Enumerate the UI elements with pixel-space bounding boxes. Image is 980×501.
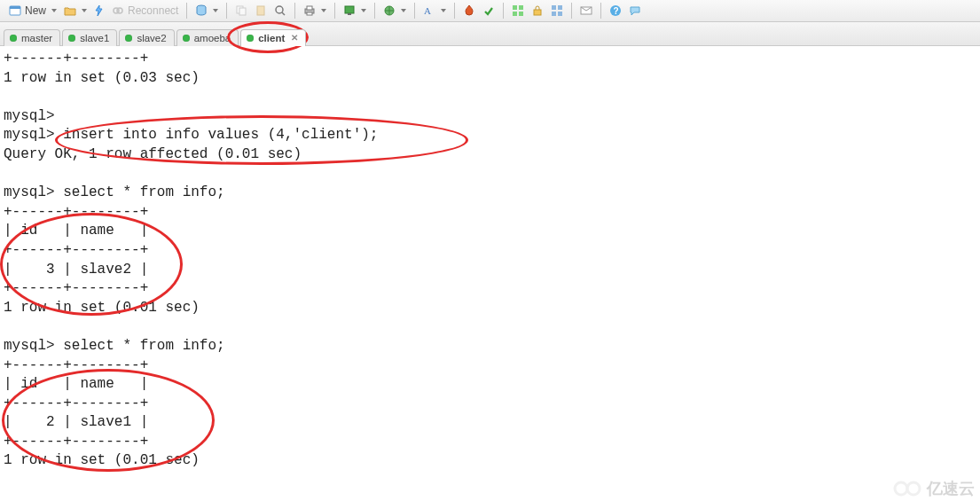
svg-rect-14 [348, 13, 351, 15]
monitor-icon [343, 4, 356, 17]
tab-label: amoeba [194, 33, 231, 43]
database-icon [195, 4, 208, 17]
globe-button[interactable] [380, 3, 410, 19]
status-dot-icon [183, 35, 190, 42]
dropdown-caret-icon [213, 9, 218, 12]
dropdown-caret-icon [401, 9, 406, 12]
font-icon: A [423, 4, 435, 17]
display-button[interactable] [340, 3, 370, 19]
svg-rect-19 [513, 12, 517, 16]
tab-master[interactable]: master [4, 29, 60, 46]
session-tabbar: master slave1 slave2 amoeba client ✕ [0, 22, 980, 46]
svg-text:A: A [424, 5, 431, 16]
lock-button[interactable] [528, 3, 547, 19]
tile-blue-icon [551, 4, 563, 17]
tab-slave2[interactable]: slave2 [119, 29, 174, 46]
help-icon: ? [609, 4, 622, 17]
svg-rect-11 [307, 6, 312, 10]
dropdown-caret-icon [82, 9, 87, 12]
separator [414, 3, 415, 19]
svg-point-3 [117, 8, 122, 13]
mail-button[interactable] [576, 3, 596, 19]
search-icon [274, 4, 286, 17]
paste-button[interactable] [251, 3, 270, 19]
dropdown-caret-icon [321, 9, 326, 12]
svg-text:?: ? [614, 6, 619, 16]
open-button[interactable] [60, 3, 90, 19]
status-dot-icon [125, 35, 132, 42]
run-button[interactable] [459, 3, 479, 19]
tile-blue-button[interactable] [547, 3, 567, 19]
svg-rect-25 [558, 12, 562, 16]
tab-client[interactable]: client ✕ [240, 29, 306, 46]
dropdown-caret-icon [441, 9, 446, 12]
find-button[interactable] [270, 3, 290, 19]
svg-rect-18 [519, 5, 523, 10]
paste-icon [255, 4, 267, 17]
chat-bubble-icon [629, 4, 641, 17]
svg-rect-6 [239, 8, 246, 15]
reconnect-label: Reconnect [128, 4, 178, 17]
new-window-icon [9, 4, 21, 17]
status-dot-icon [247, 35, 254, 42]
separator [334, 3, 335, 19]
separator [294, 3, 295, 19]
connect-button[interactable] [90, 3, 108, 19]
svg-rect-22 [552, 5, 556, 10]
close-icon[interactable]: ✕ [291, 34, 298, 43]
check-icon [482, 4, 495, 17]
tab-label: master [21, 33, 52, 43]
separator [454, 3, 455, 19]
check-button[interactable] [479, 3, 498, 19]
chain-icon [112, 4, 124, 17]
status-dot-icon [68, 35, 75, 42]
svg-rect-1 [10, 6, 20, 9]
print-button[interactable] [300, 3, 330, 19]
svg-rect-21 [534, 10, 541, 15]
mail-icon [580, 4, 592, 17]
svg-line-9 [282, 12, 285, 15]
status-dot-icon [10, 35, 17, 42]
reconnect-button[interactable]: Reconnect [108, 3, 182, 19]
tab-slave1[interactable]: slave1 [62, 29, 117, 46]
svg-rect-24 [552, 12, 556, 16]
separator [374, 3, 375, 19]
dropdown-caret-icon [51, 9, 57, 12]
svg-rect-12 [307, 12, 312, 15]
separator [503, 3, 504, 19]
database-button[interactable] [192, 3, 222, 19]
dropdown-caret-icon [361, 9, 366, 12]
svg-rect-13 [345, 6, 354, 13]
chat-button[interactable] [625, 3, 645, 19]
tile-green-button[interactable] [508, 3, 528, 19]
separator [571, 3, 572, 19]
printer-icon [303, 4, 316, 17]
tab-amoeba[interactable]: amoeba [176, 29, 239, 46]
svg-point-8 [276, 6, 283, 13]
separator [186, 3, 187, 19]
folder-open-icon [64, 4, 76, 17]
lightning-icon [94, 4, 105, 17]
new-label: New [25, 4, 46, 17]
copy-icon [235, 4, 247, 17]
svg-rect-20 [519, 12, 523, 16]
font-button[interactable]: A [419, 3, 450, 19]
help-button[interactable]: ? [606, 3, 625, 19]
new-button[interactable]: New [5, 3, 60, 19]
separator [226, 3, 227, 19]
tab-label: slave2 [137, 33, 166, 43]
globe-icon [383, 4, 396, 17]
tile-green-icon [512, 4, 524, 17]
copy-button[interactable] [231, 3, 251, 19]
svg-rect-23 [558, 5, 562, 10]
main-toolbar: New Reconnect [0, 0, 980, 22]
lock-icon [531, 4, 544, 17]
flame-icon [463, 4, 475, 17]
separator [600, 3, 601, 19]
tab-label: slave1 [80, 33, 109, 43]
terminal-output[interactable]: +------+--------+ 1 row in set (0.03 sec… [0, 46, 980, 501]
tab-label: client [258, 33, 285, 43]
svg-rect-7 [257, 6, 264, 15]
svg-rect-17 [513, 5, 517, 10]
